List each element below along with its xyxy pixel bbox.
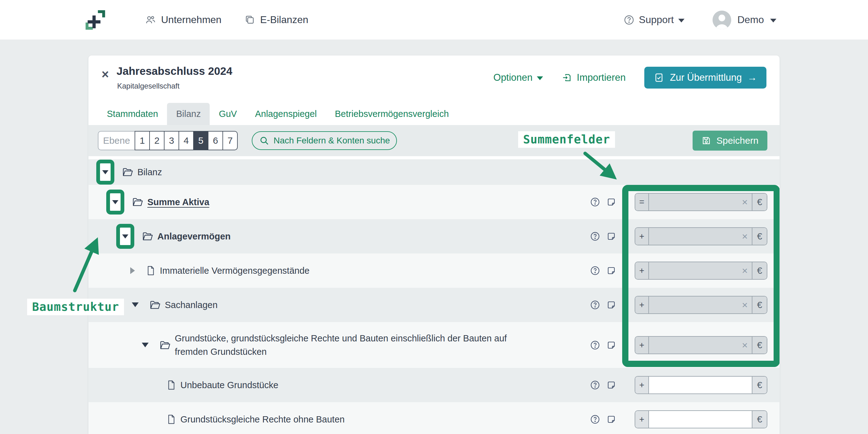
euro-suffix: € [752, 377, 767, 394]
amount-input[interactable] [649, 194, 752, 210]
help-circle-icon [623, 15, 634, 26]
level-button-7[interactable]: 7 [222, 131, 238, 150]
support-menu[interactable]: Support [623, 14, 684, 26]
amount-input[interactable] [649, 377, 752, 394]
note-icon[interactable] [606, 380, 616, 390]
zur-uebermittlung-button[interactable]: Zur Übermittlung → [644, 67, 767, 89]
tab-bar: Stammdaten Bilanz GuV Anlagenspiegel Bet… [89, 103, 779, 125]
nav-right: Support Demo [623, 10, 776, 29]
tree-row-anlagevermoegen: Anlagevermögen + × € [89, 219, 779, 254]
help-icon[interactable] [590, 231, 600, 241]
page: Unternehmen E-Bilanzen Support [0, 0, 868, 434]
collapse-toggle-annotated[interactable] [116, 224, 134, 249]
tab-guv[interactable]: GuV [210, 103, 246, 125]
operator-prefix: + [635, 411, 649, 428]
tree-row-label: Unbebaute Grundstücke [180, 378, 278, 392]
amount-input[interactable] [649, 337, 752, 353]
help-icon[interactable] [590, 414, 600, 424]
tree-row-label: Grundstücksgleiche Rechte ohne Bauten [180, 413, 345, 426]
amount-input-group: + × € [634, 336, 767, 354]
file-icon [146, 266, 155, 276]
help-icon[interactable] [590, 266, 600, 276]
note-icon[interactable] [606, 300, 616, 310]
support-label: Support [639, 14, 674, 26]
tree-row-sachanlagen: Sachanlagen + × € [89, 288, 779, 322]
clear-icon[interactable]: × [742, 231, 748, 241]
speichern-button[interactable]: Speichern [692, 131, 767, 151]
operator-prefix: + [635, 262, 649, 279]
level-button-5[interactable]: 5 [193, 131, 209, 150]
tree-row-label: Grundstücke, grundstücksgleiche Rechte u… [175, 332, 533, 358]
app-logo-icon[interactable] [83, 8, 107, 32]
nav-item-ebilanzen[interactable]: E-Bilanzen [244, 14, 308, 26]
importieren-button[interactable]: Importieren [562, 72, 626, 83]
amount-input-group: + × € [634, 262, 767, 280]
amount-input[interactable] [649, 296, 752, 313]
ebene-level-group: Ebene 1 2 3 4 5 6 7 [98, 131, 238, 150]
level-button-3[interactable]: 3 [164, 131, 179, 150]
note-icon[interactable] [606, 414, 616, 424]
collapse-toggle-annotated[interactable] [96, 160, 114, 184]
chevron-down-icon [122, 234, 128, 238]
note-icon[interactable] [606, 340, 616, 350]
tree-row-unbebaute: Unbebaute Grundstücke + € [89, 368, 779, 402]
chevron-down-icon[interactable] [142, 343, 149, 347]
tab-anlagenspiegel[interactable]: Anlagenspiegel [246, 103, 326, 125]
clear-icon[interactable]: × [742, 300, 748, 310]
chevron-down-icon [112, 200, 118, 204]
amount-input-group: + € [634, 376, 767, 394]
euro-suffix: € [752, 337, 767, 353]
users-icon [145, 15, 156, 26]
help-icon[interactable] [590, 340, 600, 350]
amount-input[interactable] [649, 411, 752, 428]
clear-icon[interactable]: × [742, 340, 748, 350]
amount-input[interactable] [649, 228, 752, 245]
tree-row-label: Summe Aktiva [147, 196, 209, 209]
note-icon[interactable] [606, 266, 616, 276]
folder-open-icon [122, 167, 133, 177]
search-icon [259, 136, 269, 146]
help-icon[interactable] [590, 300, 600, 310]
save-icon [701, 136, 711, 146]
search-input[interactable] [274, 136, 390, 146]
tab-bilanz[interactable]: Bilanz [167, 103, 210, 125]
amount-input-group: + € [634, 410, 767, 428]
ebene-label: Ebene [98, 131, 135, 150]
clear-icon[interactable]: × [742, 197, 748, 207]
euro-suffix: € [752, 262, 767, 279]
folder-open-icon [160, 341, 170, 350]
nav-item-label: E-Bilanzen [260, 14, 308, 26]
chevron-right-icon[interactable] [130, 267, 135, 274]
operator-prefix: + [635, 296, 649, 313]
user-menu[interactable]: Demo [713, 10, 776, 29]
nav-item-unternehmen[interactable]: Unternehmen [145, 14, 221, 26]
level-button-4[interactable]: 4 [179, 131, 194, 150]
euro-suffix: € [752, 296, 767, 313]
tab-stammdaten[interactable]: Stammdaten [98, 103, 167, 125]
toolbar: Ebene 1 2 3 4 5 6 7 Speichern [89, 125, 779, 156]
level-button-2[interactable]: 2 [149, 131, 164, 150]
operator-prefix: + [635, 228, 649, 245]
collapse-toggle-annotated[interactable] [106, 190, 124, 214]
note-icon[interactable] [606, 231, 616, 241]
chevron-down-icon[interactable] [132, 302, 138, 307]
level-button-6[interactable]: 6 [208, 131, 223, 150]
avatar [713, 10, 731, 29]
amount-input[interactable] [649, 262, 752, 279]
clear-icon[interactable]: × [742, 266, 748, 276]
tree-row-grundstuecke: Grundstücke, grundstücksgleiche Rechte u… [89, 322, 779, 368]
file-icon [167, 414, 176, 424]
note-icon[interactable] [606, 197, 616, 207]
operator-prefix: + [635, 377, 649, 394]
help-icon[interactable] [590, 197, 600, 207]
file-icon [167, 380, 176, 390]
help-icon[interactable] [590, 380, 600, 390]
optionen-dropdown[interactable]: Optionen [494, 72, 544, 83]
copy-icon [244, 15, 255, 26]
nav-items: Unternehmen E-Bilanzen [145, 14, 308, 26]
nav-item-label: Unternehmen [161, 14, 221, 26]
optionen-label: Optionen [494, 72, 533, 83]
close-icon[interactable]: × [101, 68, 109, 81]
tab-betriebsvermoegensvergleich[interactable]: Betriebsvermögensvergleich [326, 103, 458, 125]
level-button-1[interactable]: 1 [134, 131, 150, 150]
